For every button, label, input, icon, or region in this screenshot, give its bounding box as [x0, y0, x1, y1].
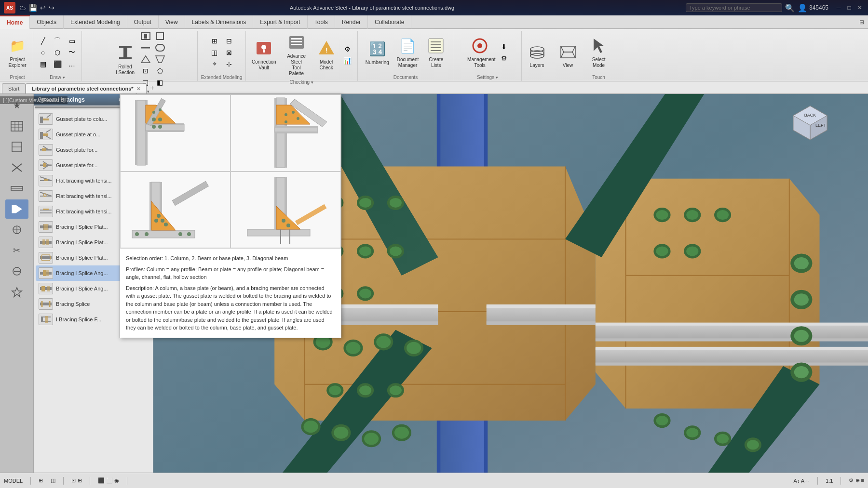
ribbon-group-project: 📁 ProjectExplorer Project [2, 31, 33, 81]
status-gears[interactable]: ⚙ ⊕ ≡ [849, 477, 864, 484]
svg-line-58 [47, 115, 51, 118]
item-label: Bracing I Splice Plat... [56, 255, 108, 261]
tab-labels[interactable]: Labels & Dimensions [185, 15, 254, 29]
status-view-options[interactable]: ⊡⊞ [71, 477, 82, 484]
connection-vault-button[interactable]: ConnectionVault [249, 37, 279, 73]
user-id: 345465 [809, 4, 828, 11]
svg-marker-55 [12, 288, 22, 297]
draw-region-btn[interactable]: ⬛ [51, 59, 64, 69]
tab-objects[interactable]: Objects [30, 15, 64, 29]
tab-view[interactable]: View [159, 15, 185, 29]
section-btn-3[interactable] [139, 42, 152, 53]
status-grid-options[interactable]: ⊞ [39, 477, 43, 484]
ext-btn-4[interactable]: ⊠ [222, 47, 236, 58]
close-button[interactable]: ✕ [855, 3, 864, 12]
svg-rect-80 [43, 224, 48, 230]
settings-opt-1[interactable]: ⬇ [497, 41, 511, 52]
check-opt-2[interactable]: 📊 [341, 55, 354, 66]
select-mode-button[interactable]: SelectMode [586, 34, 611, 70]
draw-arc-btn[interactable]: ⌒ [51, 36, 64, 46]
left-tool-horiz[interactable] [5, 179, 28, 198]
tab-collaborate[interactable]: Collaborate [368, 15, 411, 29]
status-snap[interactable]: ◫ [51, 477, 55, 484]
preview-cell-tl [120, 94, 231, 171]
svg-point-186 [359, 198, 371, 208]
section-btn-8[interactable]: ⬠ [153, 66, 167, 76]
layers-button[interactable]: Layers [525, 40, 550, 70]
left-tool-frame[interactable] [5, 137, 28, 157]
section-btn-4[interactable] [153, 42, 167, 53]
left-tool-connections[interactable] [5, 220, 28, 239]
section-btn-2[interactable] [153, 31, 167, 41]
doc-tab-start[interactable]: Start [2, 83, 26, 93]
draw-rect-btn[interactable]: ▭ [65, 36, 79, 46]
ext-btn-3[interactable]: ◫ [208, 47, 221, 58]
section-btn-7[interactable]: ⊡ [139, 66, 152, 76]
document-manager-button[interactable]: 📄 DocumentManager [394, 34, 422, 70]
model-label: MODEL [4, 478, 23, 484]
svg-rect-102 [135, 100, 137, 165]
section-btn-6[interactable] [153, 54, 167, 65]
draw-line-btn[interactable]: ╱ [36, 36, 50, 46]
svg-marker-34 [561, 52, 575, 58]
svg-point-198 [359, 289, 371, 298]
tab-tools[interactable]: Tools [308, 15, 335, 29]
new-tab-button[interactable]: + [147, 82, 158, 93]
minimize-button[interactable]: ─ [834, 3, 843, 12]
section-btn-1[interactable] [139, 31, 152, 41]
item-icon-fb-2 [39, 190, 53, 202]
settings-opt-2[interactable]: ⚙ [497, 53, 511, 64]
draw-hatch-btn[interactable]: ▤ [36, 59, 50, 69]
left-tool-edit[interactable] [5, 199, 28, 219]
svg-point-111 [152, 118, 156, 121]
tab-render[interactable]: Render [335, 15, 368, 29]
section-btn-5[interactable] [139, 54, 152, 65]
draw-spline-btn[interactable]: 〜 [65, 47, 79, 58]
svg-point-188 [390, 198, 402, 208]
rolled-i-section-button[interactable]: RolledI Section [113, 41, 138, 78]
window-controls[interactable]: ─ □ ✕ [834, 3, 864, 12]
ext-btn-1[interactable]: ⊞ [208, 36, 221, 46]
doc-tab-close-button[interactable]: ✕ [136, 86, 140, 92]
svg-marker-93 [47, 286, 50, 291]
preview-area: Selection order: 1. Column, 2. Beam or b… [120, 94, 341, 338]
status-display[interactable]: ⬛ ⬜ ◉ [98, 477, 119, 484]
create-lists-button[interactable]: CreateLists [423, 34, 448, 70]
item-label: Bracing I Splice Ang... [56, 270, 108, 276]
ext-btn-6[interactable]: ⊹ [222, 59, 236, 69]
project-explorer-button[interactable]: 📁 ProjectExplorer [5, 34, 30, 70]
tab-export[interactable]: Export & Import [253, 15, 307, 29]
ribbon: Home Objects Extended Modeling Output Vi… [0, 15, 868, 81]
svg-point-139 [178, 232, 182, 236]
title-search-input[interactable] [686, 3, 782, 12]
left-tool-special[interactable] [5, 282, 28, 302]
status-model[interactable]: MODEL [4, 478, 23, 484]
svg-line-62 [46, 136, 51, 139]
left-tool-minus[interactable] [5, 262, 28, 281]
status-sep-4 [127, 477, 127, 485]
model-check-button[interactable]: ! ModelCheck [314, 37, 339, 73]
tool-palette-button[interactable]: Advance SteelTool Palette [281, 31, 312, 79]
ext-btn-5[interactable]: ⌖ [208, 59, 221, 69]
svg-point-214 [656, 210, 668, 220]
tab-extended-modeling[interactable]: Extended Modeling [64, 15, 127, 29]
left-tool-grid[interactable] [5, 117, 28, 136]
view-button[interactable]: View [556, 40, 581, 70]
draw-circle-btn[interactable]: ○ [36, 47, 50, 58]
svg-point-11 [261, 45, 266, 50]
maximize-button[interactable]: □ [845, 3, 854, 12]
check-opt-1[interactable]: ⚙ [341, 44, 354, 54]
svg-point-242 [334, 427, 348, 439]
tab-output[interactable]: Output [127, 15, 159, 29]
left-tool-diagonal[interactable] [5, 158, 28, 177]
ext-btn-2[interactable]: ⊟ [222, 36, 236, 46]
tab-home[interactable]: Home [0, 15, 30, 29]
draw-poly-btn[interactable]: ⬡ [51, 47, 64, 58]
status-annotation[interactable]: A↕ A↔ [794, 478, 810, 484]
management-tools-button[interactable]: ManagementTools [464, 34, 495, 70]
item-icon-fb-1 [39, 175, 53, 186]
draw-more-btn[interactable]: … [65, 59, 79, 69]
doc-tab-library[interactable]: Library of parametric steel connections*… [26, 83, 146, 93]
left-tool-cut[interactable]: ✂ [5, 241, 28, 260]
numbering-button[interactable]: 🔢 Numbering [363, 37, 392, 67]
